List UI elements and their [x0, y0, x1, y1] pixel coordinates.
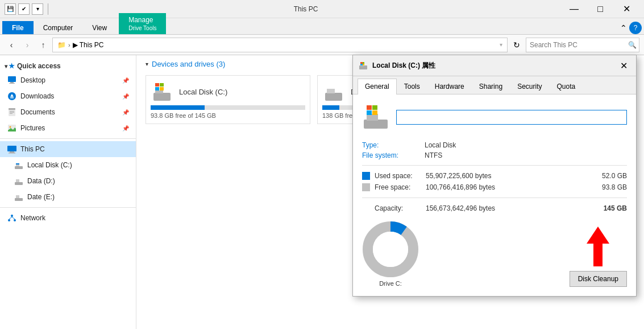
dropdown-icon[interactable]: ▾: [32, 3, 43, 15]
address-box[interactable]: 📁 › ▶ This PC ▾: [52, 38, 508, 52]
sidebar-item-data-d[interactable]: Data (D:): [0, 173, 136, 189]
date-e-icon: [14, 192, 24, 202]
help-button[interactable]: ?: [629, 22, 642, 34]
search-button[interactable]: 🔍: [625, 38, 639, 52]
drive-e-icon: [322, 80, 345, 103]
quick-access-header[interactable]: ▾ ★ Quick access: [0, 60, 136, 72]
svg-rect-31: [160, 83, 164, 87]
svg-rect-18: [16, 163, 19, 164]
dialog-title-bar: Local Disk (C:) 属性 ✕: [353, 55, 636, 76]
svg-rect-39: [363, 62, 364, 64]
svg-point-50: [373, 232, 408, 267]
svg-rect-13: [7, 146, 16, 151]
sidebar-item-date-e[interactable]: Date (E:): [0, 189, 136, 205]
sidebar-item-documents[interactable]: Documents 📌: [0, 104, 136, 120]
svg-rect-10: [10, 113, 13, 114]
free-bytes: 100,766,416,896 bytes: [426, 183, 587, 191]
svg-rect-14: [10, 151, 14, 153]
disk-icon-row: [362, 104, 627, 131]
network-section: Network: [0, 210, 136, 226]
date-e-label: Date (E:): [27, 193, 129, 201]
ribbon: File Computer View Manage Drive Tools ⌃ …: [0, 18, 644, 35]
pin-icon: 📌: [122, 125, 129, 131]
drive-c-top: Local Disk (C:): [151, 80, 305, 103]
data-d-icon: [14, 176, 24, 186]
sidebar-item-pictures[interactable]: Pictures 📌: [0, 120, 136, 136]
free-color-box: [362, 183, 370, 191]
sidebar-item-network[interactable]: Network: [0, 210, 136, 226]
properties-icon[interactable]: ✔: [18, 3, 30, 15]
network-label: Network: [20, 214, 129, 222]
svg-rect-21: [15, 198, 23, 201]
downloads-icon: [7, 91, 17, 101]
svg-rect-22: [16, 195, 19, 198]
cap-size: 145 GB: [587, 204, 627, 212]
up-button[interactable]: ↑: [36, 38, 50, 52]
tab-view[interactable]: View: [82, 21, 117, 34]
dialog-tab-security[interactable]: Security: [510, 79, 549, 94]
devices-drives-label: Devices and drives (3): [152, 60, 225, 68]
maximize-button[interactable]: □: [587, 0, 613, 18]
divider-2: [0, 207, 136, 208]
svg-point-12: [10, 126, 11, 128]
svg-marker-51: [587, 227, 609, 266]
svg-rect-15: [9, 153, 15, 154]
window-title: This PC: [51, 5, 561, 13]
red-arrow-container: [581, 227, 615, 266]
cap-bytes: 156,673,642,496 bytes: [426, 204, 587, 212]
refresh-button[interactable]: ↻: [510, 38, 523, 52]
cap-label: Capacity:: [375, 204, 426, 212]
pin-icon: 📌: [122, 77, 129, 84]
address-bar: ‹ › ↑ 📁 › ▶ This PC ▾ ↻ 🔍: [0, 35, 644, 55]
dialog-tab-general[interactable]: General: [358, 79, 397, 94]
svg-rect-20: [16, 179, 19, 182]
svg-rect-0: [8, 76, 16, 82]
collapse-arrow[interactable]: ▾: [146, 61, 148, 67]
local-disk-c-label: Local Disk (C:): [27, 161, 129, 169]
data-d-label: Data (D:): [27, 177, 129, 185]
quick-access-star-icon: ★: [9, 62, 15, 70]
dialog-tab-hardware[interactable]: Hardware: [427, 79, 472, 94]
tab-file[interactable]: File: [2, 21, 34, 34]
free-label: Free space:: [375, 183, 426, 191]
tab-drive-tools[interactable]: Manage Drive Tools: [119, 13, 166, 34]
close-button[interactable]: ✕: [613, 0, 639, 18]
svg-rect-9: [10, 112, 14, 113]
svg-rect-42: [364, 120, 388, 129]
svg-rect-29: [155, 91, 163, 93]
used-size: 52.0 GB: [587, 172, 627, 180]
dialog-tab-sharing[interactable]: Sharing: [472, 79, 510, 94]
tab-computer[interactable]: Computer: [34, 21, 83, 34]
save-icon[interactable]: 💾: [5, 3, 16, 15]
donut-wrap: Drive C:: [362, 221, 419, 287]
type-label: Type:: [362, 141, 425, 149]
forward-button[interactable]: ›: [20, 38, 34, 52]
sidebar: ▾ ★ Quick access Desktop 📌 Downloads 📌: [0, 55, 136, 329]
svg-point-23: [11, 215, 13, 217]
dialog-tab-bar: General Tools Hardware Sharing Security …: [353, 76, 636, 94]
this-pc-section: This PC Local Disk (C:) Data (D:) Date (…: [0, 141, 136, 205]
sidebar-item-this-pc[interactable]: This PC: [0, 141, 136, 157]
breadcrumb-arrow: ›: [68, 42, 70, 48]
back-button[interactable]: ‹: [5, 38, 18, 52]
dialog-tab-quota[interactable]: Quota: [549, 79, 583, 94]
path-dropdown-icon[interactable]: ▾: [500, 42, 502, 48]
svg-line-26: [9, 217, 12, 219]
documents-label: Documents: [20, 108, 119, 116]
sidebar-item-downloads[interactable]: Downloads 📌: [0, 88, 136, 104]
drive-item-c[interactable]: Local Disk (C:) 93.8 GB free of 145 GB: [146, 75, 310, 124]
quick-access-toolbar: 💾 ✔ ▾: [5, 3, 51, 15]
sidebar-item-local-disk-c[interactable]: Local Disk (C:): [0, 157, 136, 173]
type-row: Type: Local Disk: [362, 140, 627, 150]
sidebar-item-desktop[interactable]: Desktop 📌: [0, 72, 136, 88]
dialog-tab-tools[interactable]: Tools: [397, 79, 427, 94]
ribbon-collapse-btn[interactable]: ⌃: [620, 23, 627, 32]
search-input[interactable]: [526, 41, 625, 49]
minimize-button[interactable]: —: [561, 0, 587, 18]
svg-rect-38: [360, 62, 363, 64]
quick-access-label: Quick access: [17, 62, 61, 70]
large-disk-icon: [362, 104, 389, 131]
disk-cleanup-button[interactable]: Disk Cleanup: [570, 271, 627, 287]
dialog-close-button[interactable]: ✕: [617, 59, 630, 72]
disk-name-input[interactable]: [396, 110, 627, 125]
